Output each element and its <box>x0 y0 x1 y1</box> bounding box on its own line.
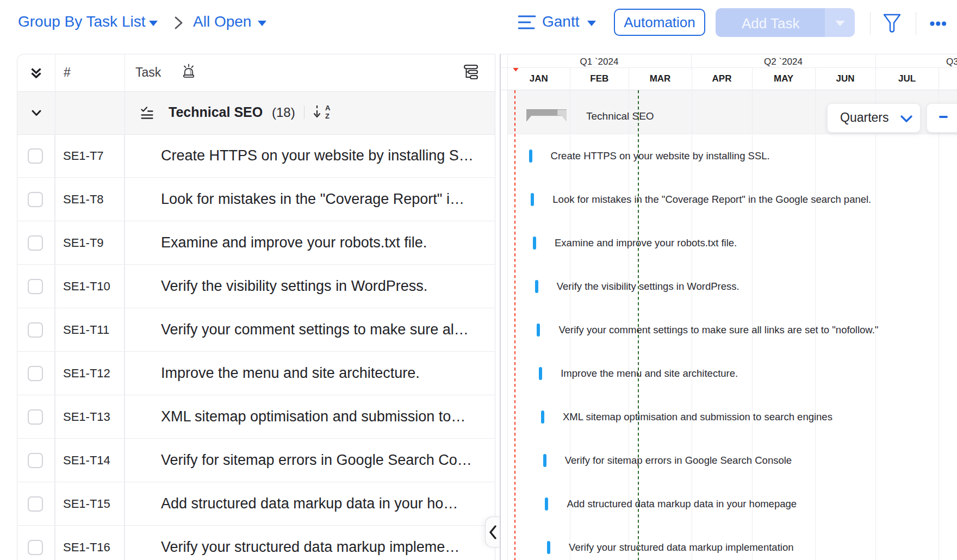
svg-text:A: A <box>325 104 331 112</box>
svg-text:Z: Z <box>325 112 330 120</box>
